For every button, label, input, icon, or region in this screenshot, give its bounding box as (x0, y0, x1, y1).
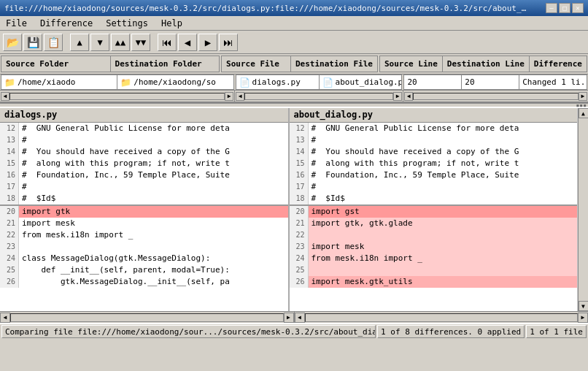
table-row: 14# You should have received a copy of t… (0, 146, 288, 158)
line-content: # You should have received a copy of the… (309, 146, 578, 158)
line-number: 12 (290, 123, 309, 134)
line-content: from mesk.i18n import _ (19, 229, 288, 241)
line-number: 21 (0, 218, 19, 229)
prev-change-button[interactable]: ▲ (70, 34, 89, 51)
line-content (19, 241, 288, 253)
table-row: 13# (0, 134, 288, 146)
panels-paths: 📁 /home/xiaodo 📁 /home/xiaodong/so 📄 dia… (0, 74, 588, 91)
diff-scroll-track[interactable] (579, 118, 589, 301)
scroll-track-3[interactable] (413, 93, 579, 100)
left-scroll-right1[interactable]: ▶ (225, 92, 233, 101)
folder-panel-group: Source Folder Destination Folder (1, 56, 220, 72)
line-content (309, 229, 578, 241)
dest-line-header: Destination Line (443, 56, 530, 72)
left-scroll-right2[interactable]: ▶ (393, 92, 402, 101)
line-number: 20 (0, 206, 19, 218)
save-button[interactable]: 💾 (23, 34, 42, 51)
table-row: 20import gtk (0, 206, 288, 218)
diff-scroll-down[interactable]: ▼ (579, 301, 589, 311)
source-folder-value: /home/xiaodo (18, 77, 75, 87)
folder-paths: 📁 /home/xiaodo 📁 /home/xiaodong/so (1, 74, 234, 90)
line-content: # $Id$ (19, 193, 288, 204)
left-scroll-left3[interactable]: ◀ (404, 92, 413, 101)
line-content: # along with this program; if not, write… (309, 158, 578, 169)
left-scroll-left1[interactable]: ◀ (1, 92, 9, 101)
source-line-value: 20 (404, 75, 462, 89)
line-number: 15 (290, 158, 309, 169)
diff-scrollbar[interactable]: ▲ ▼ (578, 108, 588, 311)
line-number: 18 (0, 193, 19, 204)
bs-right-right-btn[interactable]: ▶ (578, 313, 588, 323)
menubar: File Difference Settings Help (0, 16, 588, 31)
line-number: 14 (0, 146, 19, 158)
next-change-button[interactable]: ▼ (90, 34, 109, 51)
first-file-button[interactable]: ⏮ (158, 34, 177, 51)
table-row: 14# You should have received a copy of t… (290, 146, 578, 158)
prev-file-button[interactable]: ◀ (178, 34, 197, 51)
table-row: 26 gtk.MessageDialog.__init__(self, pa (0, 276, 288, 288)
maximize-button[interactable]: □ (559, 3, 570, 13)
line-content: # along with this program; if not, write… (19, 158, 288, 169)
bs-right-left-btn[interactable]: ◀ (295, 313, 305, 323)
titlebar-controls[interactable]: – □ ✕ (546, 3, 584, 13)
open-button[interactable]: 📂 (3, 34, 22, 51)
left-scroll-left2[interactable]: ◀ (236, 92, 244, 101)
bs-left-right-btn[interactable]: ▶ (284, 313, 294, 323)
dest-folder-icon: 📁 (120, 77, 131, 88)
scroll-track-2[interactable] (244, 93, 393, 100)
line-content: import gst (309, 206, 578, 218)
line-content: gtk.MessageDialog.__init__(self, pa (19, 276, 288, 288)
dest-folder-path[interactable]: 📁 /home/xiaodong/so (117, 75, 233, 89)
line-content: # (309, 134, 578, 146)
right-diff-content[interactable]: 12# GNU General Public License for more … (290, 123, 578, 311)
table-row: 23import mesk (290, 241, 578, 253)
difference-value: Changed 1 li... (519, 75, 587, 89)
diff-scroll-up[interactable]: ▲ (579, 108, 589, 118)
scrollbar-row: ◀ ▶ ◀ ▶ ◀ ▶ (0, 91, 588, 102)
close-button[interactable]: ✕ (572, 3, 584, 13)
bottom-scroll-right[interactable]: ◀ ▶ (295, 312, 589, 323)
resize-handle[interactable]: ▪▪▪ (0, 102, 588, 108)
line-number: 23 (290, 241, 309, 253)
minimize-button[interactable]: – (546, 3, 557, 13)
line-number: 23 (0, 241, 19, 253)
file-panel-group: Source File Destination File (221, 56, 378, 72)
line-content: class MessageDialog(gtk.MessageDialog): (19, 253, 288, 264)
titlebar: file:///home/xiaodong/sources/mesk-0.3.2… (0, 0, 588, 16)
menu-settings[interactable]: Settings (103, 18, 151, 28)
bs-left-btn[interactable]: ◀ (0, 313, 10, 323)
table-row: 16# Foundation, Inc., 59 Temple Place, S… (0, 169, 288, 181)
dest-folder-value: /home/xiaodong/so (134, 77, 216, 87)
dest-file-path[interactable]: 📄 about_dialog.py (320, 75, 402, 89)
last-diff-button[interactable]: ▼▼ (131, 34, 150, 51)
menu-file[interactable]: File (3, 18, 30, 28)
next-file-button[interactable]: ▶ (198, 34, 217, 51)
line-content: # GNU General Public License for more de… (309, 123, 578, 134)
line-content: # Foundation, Inc., 59 Temple Place, Sui… (19, 169, 288, 181)
table-row: 26import mesk.gtk_utils (290, 276, 578, 288)
source-folder-path[interactable]: 📁 /home/xiaodo (1, 75, 117, 89)
menu-difference[interactable]: Difference (37, 18, 96, 28)
line-content: # GNU General Public License for more de… (19, 123, 288, 134)
status-files: 1 of 1 file (526, 325, 587, 338)
first-diff-button[interactable]: ▲▲ (111, 34, 130, 51)
left-diff-content[interactable]: 12# GNU General Public License for more … (0, 123, 288, 311)
table-row: 22from mesk.i18n import _ (0, 229, 288, 241)
table-row: 16# Foundation, Inc., 59 Temple Place, S… (290, 169, 578, 181)
line-number: 22 (0, 229, 19, 241)
last-file-button[interactable]: ⏭ (219, 34, 238, 51)
bs-left-track[interactable] (10, 313, 284, 322)
line-number: 16 (290, 169, 309, 181)
menu-help[interactable]: Help (158, 18, 185, 28)
bs-right-track[interactable] (305, 313, 579, 322)
line-number: 17 (290, 181, 309, 193)
scroll-track-1[interactable] (9, 93, 225, 100)
line-content: import mesk (309, 241, 578, 253)
dest-line-value: 20 (462, 75, 519, 89)
bottom-scroll-left[interactable]: ◀ ▶ (0, 312, 295, 323)
reload-button[interactable]: 📋 (44, 34, 63, 51)
table-row: 24class MessageDialog(gtk.MessageDialog)… (0, 253, 288, 264)
left-scroll-right3[interactable]: ▶ (579, 92, 587, 101)
source-file-path[interactable]: 📄 dialogs.py (236, 75, 320, 89)
line-number: 25 (0, 264, 19, 276)
